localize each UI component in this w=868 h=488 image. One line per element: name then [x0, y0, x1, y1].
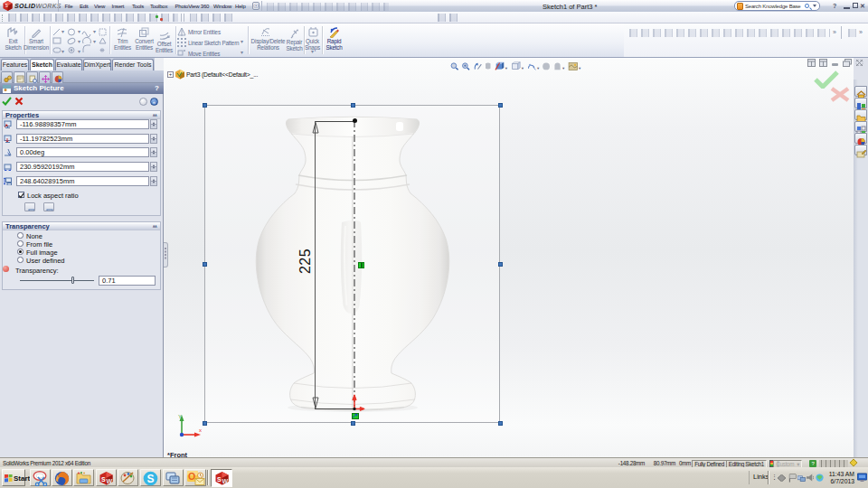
svg-text:Y: Y: [178, 414, 182, 419]
svg-text:S: S: [101, 476, 106, 483]
svg-text:S: S: [147, 473, 155, 485]
svg-text:S: S: [5, 4, 8, 8]
svg-text:W: W: [222, 478, 229, 484]
svg-text:W: W: [106, 477, 112, 483]
svg-text:S: S: [217, 476, 222, 483]
svg-text:O: O: [188, 471, 195, 482]
svg-text:x: x: [199, 427, 202, 433]
